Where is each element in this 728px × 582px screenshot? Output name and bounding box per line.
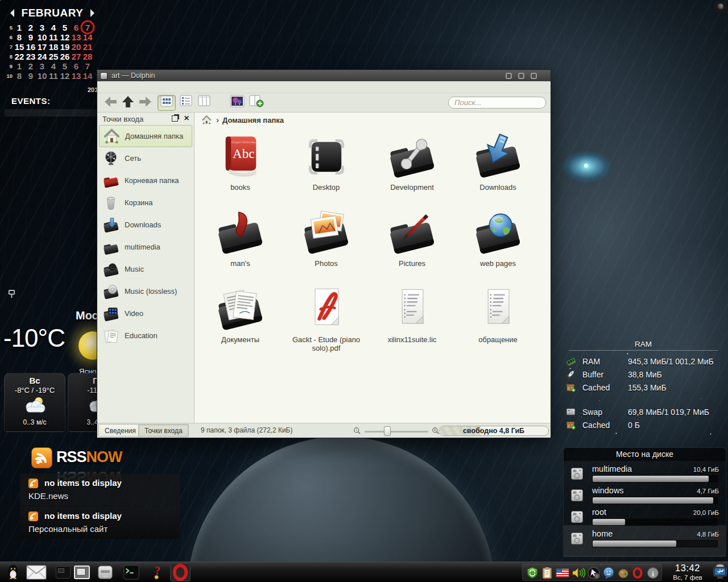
drive-row[interactable]: windows 4,7 ГиБ <box>564 485 726 507</box>
calendar-day[interactable]: 17 <box>36 42 48 52</box>
zoom-slider-handle[interactable] <box>384 426 391 436</box>
calendar-day[interactable]: 10 <box>36 71 48 81</box>
places-panel-tab[interactable]: Точки входа <box>138 424 189 437</box>
task-help-icon[interactable]: ? <box>149 564 166 581</box>
split-view-button[interactable] <box>247 95 266 111</box>
calendar-day[interactable]: 20 <box>71 42 82 52</box>
calendar-day[interactable]: 13 <box>71 71 82 81</box>
calendar-day[interactable]: 6 <box>71 61 82 71</box>
tray-kteatime-icon[interactable] <box>617 567 630 579</box>
calendar-widget[interactable]: FEBRUARY 5123456768910111213147151617181… <box>3 2 101 81</box>
calendar-day[interactable]: 21 <box>82 42 93 52</box>
pager-desktop-1[interactable] <box>56 566 71 579</box>
drive-row[interactable]: home 4,8 ГиБ <box>564 529 726 550</box>
rss-feed-item[interactable]: no items to display Персональный сайт <box>20 506 180 539</box>
calendar-next-icon[interactable] <box>90 9 94 17</box>
pin-icon[interactable] <box>7 289 16 299</box>
place-item[interactable]: Корневая папка <box>99 169 192 192</box>
calendar-day[interactable]: 8 <box>14 32 25 42</box>
digital-clock[interactable]: 13:42 Вс, 7 фев <box>664 563 711 581</box>
back-button[interactable] <box>102 95 120 111</box>
file-item[interactable]: Photos <box>283 205 369 281</box>
calendar-day[interactable]: 13 <box>71 32 82 42</box>
menu-item[interactable] <box>110 88 120 89</box>
minimize-button[interactable] <box>506 73 512 79</box>
calendar-day[interactable]: 11 <box>48 71 59 81</box>
icons-view-button[interactable] <box>158 95 176 111</box>
menu-item[interactable] <box>130 88 140 89</box>
tray-keyboard-layout-us-flag-icon[interactable] <box>556 567 569 579</box>
mail-icon[interactable] <box>26 564 47 581</box>
calendar-day[interactable]: 4 <box>48 61 59 71</box>
maximize-button[interactable] <box>518 73 524 79</box>
task-terminal-icon[interactable] <box>123 564 140 581</box>
close-button[interactable] <box>531 73 537 79</box>
zoom-out-icon[interactable] <box>353 427 361 435</box>
pager-desktop-2-active[interactable] <box>74 566 90 579</box>
calendar-prev-icon[interactable] <box>10 9 14 17</box>
file-item[interactable]: Gackt - Etude (piano solo).pdf <box>283 281 369 357</box>
home-icon[interactable] <box>201 115 212 125</box>
menu-item[interactable] <box>120 88 130 89</box>
details-view-button[interactable] <box>177 95 195 111</box>
close-panel-icon[interactable]: ✕ <box>184 114 189 122</box>
calendar-day[interactable]: 3 <box>36 61 48 71</box>
calendar-day[interactable]: 16 <box>25 42 36 52</box>
tray-volume-icon[interactable] <box>572 567 586 579</box>
place-item[interactable]: multimedia <box>99 236 192 258</box>
float-panel-icon[interactable] <box>172 115 178 122</box>
file-item[interactable]: Pictures <box>369 205 455 281</box>
menu-item[interactable] <box>151 88 161 89</box>
calendar-day[interactable]: 23 <box>25 52 36 61</box>
place-item[interactable]: Сеть <box>99 147 192 169</box>
calendar-day[interactable]: 28 <box>82 52 93 61</box>
place-item[interactable]: Music <box>99 258 192 280</box>
tray-shield-icon[interactable] <box>526 567 539 579</box>
place-item[interactable]: Downloads <box>99 214 192 236</box>
kickoff-launcher-tux-icon[interactable] <box>5 564 22 581</box>
search-input[interactable] <box>448 97 546 109</box>
calendar-day[interactable]: 14 <box>82 32 93 42</box>
calendar-day[interactable]: 10 <box>36 32 48 42</box>
file-item[interactable]: Документы <box>197 281 283 357</box>
calendar-day[interactable]: 27 <box>71 52 82 61</box>
place-item[interactable]: Education <box>99 325 192 347</box>
calendar-day[interactable]: 11 <box>48 32 59 42</box>
preview-button[interactable] <box>228 95 246 111</box>
calendar-day[interactable]: 14 <box>82 71 93 81</box>
menu-item[interactable] <box>100 88 110 89</box>
calendar-day[interactable]: 12 <box>59 32 71 42</box>
calendar-day[interactable]: 1 <box>14 23 25 32</box>
information-panel-tab[interactable]: Сведения <box>98 424 142 437</box>
breadcrumb-folder-label[interactable]: Домашняя папка <box>222 116 284 124</box>
calendar-day[interactable]: 5 <box>59 23 71 32</box>
calendar-day[interactable]: 9 <box>25 32 36 42</box>
calendar-day[interactable]: 15 <box>14 42 25 52</box>
drive-row[interactable]: multimedia 10,4 ГиБ <box>564 464 726 485</box>
file-item[interactable]: web pages <box>455 205 541 281</box>
places-panel-header[interactable]: Точки входа ✕ <box>97 113 194 125</box>
disk-space-widget[interactable]: Место на диске multimedia 10,4 ГиБ windo… <box>563 447 726 556</box>
calendar-day[interactable]: 2 <box>25 61 36 71</box>
tray-opera-icon[interactable] <box>632 567 643 579</box>
file-item[interactable]: Desktop <box>283 128 369 205</box>
calendar-day[interactable]: 9 <box>25 71 36 81</box>
menu-item[interactable] <box>161 88 171 89</box>
tray-info-icon[interactable]: i <box>647 567 659 579</box>
calendar-day[interactable]: 7 <box>82 61 93 71</box>
calendar-day[interactable]: 12 <box>59 71 71 81</box>
file-item[interactable]: обращение <box>455 281 541 357</box>
task-opera-icon[interactable] <box>172 564 189 581</box>
file-item[interactable]: man's <box>197 205 283 281</box>
file-item[interactable]: Downloads <box>455 128 541 205</box>
columns-view-button[interactable] <box>195 95 213 111</box>
zoom-slider-track[interactable] <box>365 431 428 433</box>
file-item[interactable]: Development <box>369 128 455 205</box>
calendar-day[interactable]: 18 <box>48 42 59 52</box>
ram-monitor-widget[interactable]: RAM RAM 945,3 МиБ/1 001,2 МиБ Buffer 38,… <box>560 340 726 431</box>
calendar-day[interactable]: 4 <box>48 23 59 32</box>
device-notifier-icon[interactable] <box>712 564 728 581</box>
place-item[interactable]: Корзина <box>99 192 192 214</box>
task-dolphin-icon[interactable] <box>97 564 114 581</box>
drive-row[interactable]: root 20,0 ГиБ <box>564 507 726 529</box>
